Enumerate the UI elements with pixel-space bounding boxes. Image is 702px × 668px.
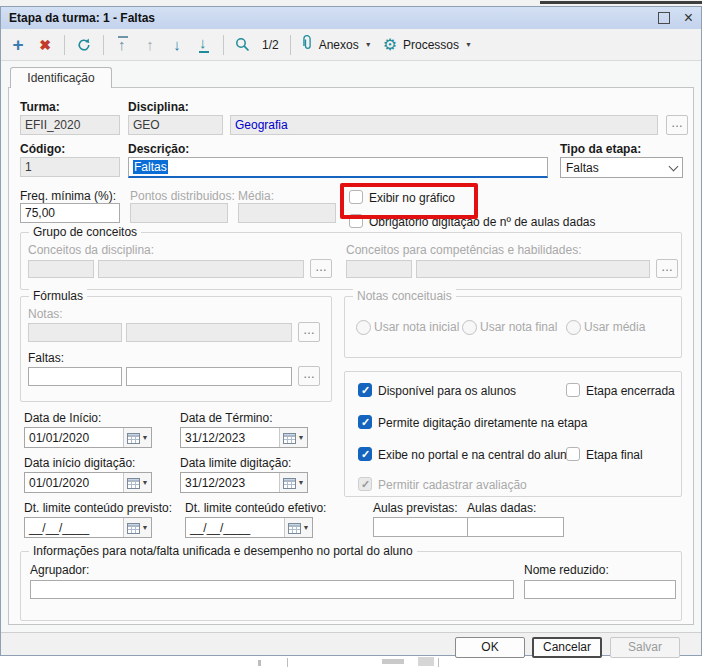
delete-button[interactable]: ✖ xyxy=(37,37,53,53)
data-inicio-digitacao-label: Data início digitação: xyxy=(24,456,135,470)
formula-faltas-lookup-button[interactable]: … xyxy=(298,366,320,386)
etapa-encerrada-checkbox[interactable] xyxy=(566,383,580,397)
calendar-icon[interactable]: ▼ xyxy=(123,473,151,492)
descricao-field[interactable]: Faltas xyxy=(128,157,548,178)
disponivel-alunos-checkbox[interactable] xyxy=(358,383,372,397)
formula-faltas-name-field[interactable] xyxy=(126,367,292,386)
disciplina-name-field: Geografia xyxy=(230,115,658,135)
freq-minima-field[interactable]: 75,00 xyxy=(20,203,120,223)
data-inicio-picker[interactable]: 01/01/2020 ▼ xyxy=(24,427,152,448)
formula-notas-lookup-button[interactable]: … xyxy=(298,322,320,342)
tab-identificacao[interactable]: Identificação xyxy=(10,67,112,88)
background-fragment xyxy=(382,659,404,664)
formula-faltas-code-field[interactable] xyxy=(28,367,122,386)
selected-text: Faltas xyxy=(133,160,168,174)
info-unificada-title: Informações para nota/falta unificada e … xyxy=(29,544,417,558)
search-icon[interactable] xyxy=(235,37,251,53)
chevron-down-icon: ▼ xyxy=(298,479,305,486)
conceitos-disciplina-label: Conceitos da disciplina: xyxy=(28,243,154,257)
formulas-title: Fórmulas xyxy=(29,289,87,303)
background-window-line xyxy=(540,1,702,4)
anexos-dropdown[interactable]: Anexos ▼ xyxy=(302,35,372,54)
aulas-dadas-field[interactable] xyxy=(467,517,564,537)
salvar-button: Salvar xyxy=(610,637,680,658)
agrupador-label: Agrupador: xyxy=(30,563,89,577)
paperclip-icon xyxy=(302,35,313,54)
limite-conteudo-previsto-label: Dt. limite conteúdo previsto: xyxy=(24,501,172,515)
turma-field: EFII_2020 xyxy=(20,115,120,135)
dialog-title: Etapa da turma: 1 - Faltas xyxy=(9,11,155,25)
toolbar-separator xyxy=(64,35,65,55)
nome-reduzido-field[interactable] xyxy=(524,580,676,599)
refresh-icon[interactable] xyxy=(76,37,92,53)
conceitos-disciplina-lookup-button[interactable]: … xyxy=(310,259,332,278)
chevron-down-icon: ▼ xyxy=(142,434,149,441)
record-pager: 1/2 xyxy=(262,38,279,52)
move-last-button[interactable]: ↓ xyxy=(196,36,212,53)
formula-notas-name-field xyxy=(126,323,292,342)
move-up-button[interactable]: ↑ xyxy=(142,38,158,52)
add-button[interactable]: + xyxy=(10,37,26,53)
close-icon[interactable]: × xyxy=(684,13,693,23)
toolbar-separator xyxy=(290,35,291,55)
disciplina-code-field: GEO xyxy=(128,115,223,135)
usar-media-radio xyxy=(566,320,581,335)
chevron-down-icon: ▼ xyxy=(142,524,149,531)
processos-label: Processos xyxy=(403,38,459,52)
usar-nota-inicial-label: Usar nota inicial xyxy=(374,320,459,334)
background-fragment xyxy=(438,658,439,667)
tipo-etapa-select[interactable]: Faltas xyxy=(560,157,683,178)
grupo-conceitos-title: Grupo de conceitos xyxy=(29,225,141,239)
codigo-label: Código: xyxy=(20,142,65,156)
cancelar-button[interactable]: Cancelar xyxy=(532,637,602,658)
conceitos-competencias-label: Conceitos para competências e habilidade… xyxy=(346,243,581,257)
usar-nota-final-label: Usar nota final xyxy=(480,320,557,334)
data-limite-digitacao-picker[interactable]: 31/12/2023 ▼ xyxy=(180,472,308,493)
agrupador-field[interactable] xyxy=(30,580,514,599)
limite-conteudo-efetivo-label: Dt. limite conteúdo efetivo: xyxy=(185,501,326,515)
anexos-label: Anexos xyxy=(319,38,359,52)
move-down-button[interactable]: ↓ xyxy=(169,38,185,52)
chevron-down-icon: ▼ xyxy=(465,41,472,48)
formula-faltas-label: Faltas: xyxy=(28,351,64,365)
background-fragment xyxy=(258,660,261,666)
calendar-icon[interactable]: ▼ xyxy=(279,428,307,447)
title-bar[interactable]: Etapa da turma: 1 - Faltas × xyxy=(1,7,701,29)
aulas-dadas-label: Aulas dadas: xyxy=(467,501,536,515)
notas-conceituais-title: Notas conceituais xyxy=(353,289,456,303)
calendar-icon[interactable]: ▼ xyxy=(279,473,307,492)
calendar-icon[interactable]: ▼ xyxy=(123,518,151,537)
calendar-icon[interactable]: ▼ xyxy=(123,428,151,447)
etapa-final-checkbox[interactable] xyxy=(566,447,580,461)
processos-dropdown[interactable]: ⚙ Processos ▼ xyxy=(383,37,472,53)
pontos-field xyxy=(130,203,228,223)
limite-conteudo-previsto-picker[interactable]: __/__/____ ▼ xyxy=(24,517,152,538)
disciplina-lookup-button[interactable]: … xyxy=(666,115,688,135)
exibe-portal-checkbox[interactable] xyxy=(358,447,372,461)
permitir-avaliacao-checkbox xyxy=(358,477,372,491)
permite-digitacao-checkbox[interactable] xyxy=(358,415,372,429)
aulas-previstas-field[interactable] xyxy=(373,517,470,537)
formula-notas-code-field xyxy=(28,323,122,342)
conceitos-competencias-code-field xyxy=(346,260,412,278)
formula-notas-label: Notas: xyxy=(28,307,63,321)
toolbar-separator xyxy=(103,35,104,55)
conceitos-competencias-lookup-button[interactable]: … xyxy=(656,259,678,278)
toolbar-separator xyxy=(223,35,224,55)
turma-label: Turma: xyxy=(20,100,60,114)
background-fragment xyxy=(287,658,288,667)
chevron-down-icon xyxy=(669,161,679,171)
calendar-icon[interactable]: ▼ xyxy=(284,518,312,537)
move-first-button[interactable]: ↑ xyxy=(115,36,131,53)
ok-button[interactable]: OK xyxy=(455,637,525,658)
disciplina-label: Disciplina: xyxy=(128,100,189,114)
pontos-label: Pontos distribuidos: xyxy=(130,189,235,203)
limite-conteudo-efetivo-picker[interactable]: __/__/____ ▼ xyxy=(185,517,313,538)
maximize-icon[interactable] xyxy=(658,12,670,24)
data-inicio-digitacao-picker[interactable]: 01/01/2020 ▼ xyxy=(24,472,152,493)
usar-media-label: Usar média xyxy=(584,320,645,334)
data-termino-picker[interactable]: 31/12/2023 ▼ xyxy=(180,427,308,448)
exibe-portal-label: Exibe no portal e na central do aluno xyxy=(378,448,573,462)
data-limite-digitacao-label: Data limite digitação: xyxy=(180,456,291,470)
background-fragment xyxy=(418,657,434,666)
